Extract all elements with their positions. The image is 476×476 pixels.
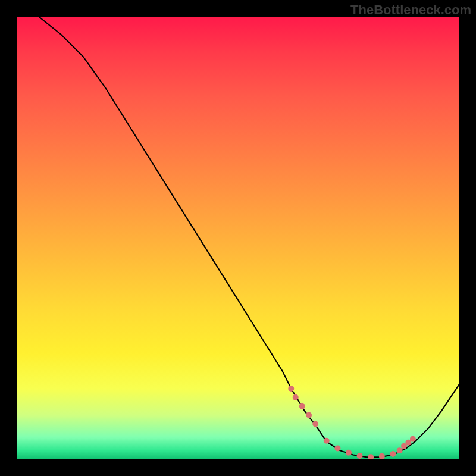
- highlight-dot: [390, 451, 396, 457]
- highlight-dot: [410, 436, 416, 442]
- highlight-dot: [324, 438, 330, 444]
- bottleneck-curve: [39, 17, 459, 457]
- highlight-dots: [288, 386, 416, 459]
- watermark-text: TheBottleneck.com: [350, 2, 471, 18]
- highlight-dot: [293, 394, 299, 400]
- highlight-dot: [346, 450, 352, 456]
- highlight-dot: [334, 445, 340, 451]
- chart-svg: [17, 17, 459, 459]
- plot-area: [17, 17, 459, 459]
- highlight-dot: [368, 454, 374, 459]
- highlight-dot: [397, 447, 403, 453]
- highlight-dot: [312, 421, 318, 427]
- highlight-dot: [379, 453, 385, 459]
- highlight-dot: [299, 403, 305, 409]
- highlight-dot: [288, 386, 294, 392]
- highlight-dot: [357, 453, 363, 459]
- highlight-dot: [306, 412, 312, 418]
